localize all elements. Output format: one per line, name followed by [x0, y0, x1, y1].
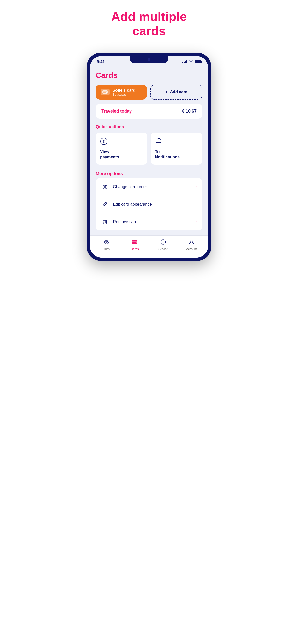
cards-label: Cards	[131, 248, 139, 251]
battery-icon	[195, 60, 201, 64]
more-options-label: More options	[96, 171, 202, 176]
service-icon: i	[160, 239, 166, 246]
bottom-nav: Trips Cards	[90, 235, 208, 258]
chevron-right-icon: ›	[196, 185, 198, 189]
account-label: Account	[186, 248, 197, 251]
notifications-card[interactable]: ToNotifications	[151, 133, 202, 164]
edit-icon	[102, 201, 108, 208]
svg-rect-1	[103, 91, 107, 92]
nav-cards[interactable]: Cards	[121, 239, 149, 251]
view-payments-label: Viewpayments	[100, 149, 143, 160]
traveled-label: Traveled today	[101, 109, 132, 114]
quick-actions-grid: € Viewpayments ToNotifications	[96, 133, 202, 164]
phone-screen: 9:41	[90, 56, 208, 258]
edit-card-appearance-text: Edit card appearance	[113, 202, 196, 207]
options-list: Change card order › Edit card appearance…	[96, 178, 202, 230]
svg-text:€: €	[103, 140, 105, 144]
edit-icon-wrap	[100, 200, 109, 209]
app-content: Cards Sofie's card Betaalpas	[90, 66, 208, 230]
service-label: Service	[158, 248, 168, 251]
card-tabs-row: Sofie's card Betaalpas + Add card	[96, 84, 202, 100]
nav-account[interactable]: Account	[177, 239, 206, 251]
phone-frame: 9:41	[87, 53, 211, 261]
svg-text:i: i	[163, 240, 164, 244]
change-card-order-item[interactable]: Change card order ›	[96, 178, 202, 196]
app-header-title: Cards	[96, 71, 202, 80]
card-type-label: Betaalpas	[112, 93, 135, 96]
svg-point-16	[191, 240, 192, 242]
reorder-icon	[102, 184, 108, 190]
nav-trips[interactable]: Trips	[92, 239, 121, 251]
svg-point-13	[136, 242, 137, 244]
wifi-icon	[189, 60, 193, 64]
phone-notch	[130, 56, 168, 63]
trips-icon	[103, 239, 110, 246]
remove-card-item[interactable]: Remove card ›	[96, 213, 202, 230]
trash-icon	[102, 219, 108, 225]
svg-point-3	[106, 92, 107, 93]
edit-card-appearance-item[interactable]: Edit card appearance ›	[96, 196, 202, 213]
chevron-right-icon-2: ›	[196, 202, 198, 206]
trash-icon-wrap	[100, 218, 109, 226]
view-payments-card[interactable]: € Viewpayments	[96, 133, 147, 164]
quick-actions-label: Quick actions	[96, 124, 202, 130]
notch-camera	[147, 58, 151, 61]
plus-icon: +	[165, 89, 168, 95]
to-notifications-label: ToNotifications	[155, 149, 198, 160]
svg-rect-11	[132, 241, 137, 242]
card-payment-icon	[100, 89, 110, 95]
account-icon	[188, 239, 195, 246]
bell-icon	[155, 138, 198, 146]
add-card-label: Add card	[170, 90, 188, 94]
status-bar: 9:41	[90, 56, 208, 66]
page-hero-title: Add multiplecards	[111, 10, 187, 38]
euro-circle-icon: €	[100, 138, 143, 146]
traveled-today-box: Traveled today € 10,67	[96, 104, 202, 118]
chevron-right-icon-3: ›	[196, 220, 198, 224]
card-name-label: Sofie's card	[112, 88, 135, 93]
status-icons	[182, 60, 201, 64]
nav-service[interactable]: i Service	[149, 239, 177, 251]
traveled-amount: € 10,67	[182, 109, 197, 114]
change-card-order-text: Change card order	[113, 184, 196, 189]
reorder-icon-wrap	[100, 182, 109, 191]
card-info: Sofie's card Betaalpas	[112, 88, 135, 96]
active-card-tab[interactable]: Sofie's card Betaalpas	[96, 84, 147, 100]
trips-label: Trips	[103, 248, 110, 251]
signal-icon	[182, 60, 187, 64]
add-card-tab[interactable]: + Add card	[150, 84, 202, 100]
svg-point-8	[105, 242, 106, 244]
remove-card-text: Remove card	[113, 220, 196, 224]
status-time: 9:41	[97, 60, 105, 64]
cards-nav-icon	[132, 239, 138, 246]
